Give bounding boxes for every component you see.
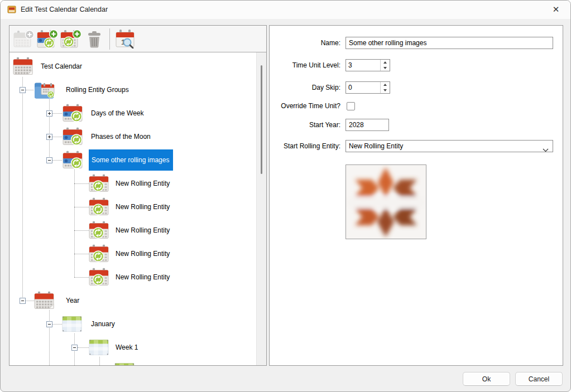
- start-year-label: Start Year:: [270, 119, 340, 131]
- tree-item-label[interactable]: Phases of the Moon: [89, 132, 153, 142]
- name-input[interactable]: [346, 37, 553, 49]
- time-unit-level-up-button[interactable]: [381, 60, 390, 65]
- rolling-entity-icon: [89, 221, 109, 240]
- app-calendar-icon: [7, 5, 16, 14]
- tree-connector-line: [49, 99, 50, 160]
- rolling-group-icon: [62, 128, 83, 146]
- tree-connector-line: [78, 347, 89, 348]
- chevron-down-icon: [543, 144, 549, 156]
- tree-item-label[interactable]: New Rolling Entity: [113, 225, 172, 235]
- tb-add-entity-icon: [60, 30, 81, 49]
- tree-connector-line: [99, 357, 100, 365]
- tree-expander-collapse[interactable]: [20, 87, 26, 93]
- tree-item-label[interactable]: New Rolling Entity: [113, 249, 172, 259]
- tree-expander-collapse[interactable]: [71, 345, 78, 351]
- tree-item-label[interactable]: Week 1: [113, 342, 140, 352]
- tree-scrollbar-thumb[interactable]: [261, 65, 262, 174]
- tree-connector-line: [74, 254, 89, 254]
- day-skip-down-button[interactable]: [381, 88, 390, 93]
- calendar-tree: Test Calendar Rolling Entity Groups Days…: [9, 52, 257, 365]
- tree-connector-line: [74, 277, 89, 278]
- tree-expander-collapse[interactable]: [46, 157, 52, 163]
- time-unit-level-label: Time Unit Level:: [270, 59, 340, 71]
- tree-expander-expand[interactable]: [46, 134, 52, 140]
- month-table-icon: [114, 363, 135, 366]
- toolbar-separator: [109, 28, 110, 50]
- rolling-entity-icon: [89, 268, 109, 287]
- tree-connector-line: [74, 183, 89, 184]
- edit-calendar-dialog: Edit Test Calendar Calendar ✕ 1 Test Cal…: [0, 0, 571, 392]
- tree-item-label[interactable]: Some other rolling images: [89, 149, 173, 171]
- tree-item-label[interactable]: Rolling Entity Groups: [64, 85, 131, 95]
- override-time-unit-checkbox[interactable]: [347, 102, 355, 110]
- calendar-icon: [33, 292, 55, 310]
- time-unit-level-input[interactable]: [346, 60, 380, 71]
- tree-expander-expand[interactable]: [46, 110, 52, 117]
- rolling-entity-icon: [89, 175, 109, 193]
- tree-expander-collapse[interactable]: [20, 298, 26, 304]
- tree-item-label[interactable]: Days of the Week: [89, 108, 146, 118]
- toolbar-delete-button[interactable]: [83, 28, 106, 50]
- tree-toolbar: 1: [9, 26, 266, 52]
- tree-item-label[interactable]: New Rolling Entity: [113, 272, 172, 282]
- tree-connector-line: [26, 90, 33, 90]
- name-label: Name:: [270, 37, 340, 49]
- tree-item-label[interactable]: Year: [64, 296, 81, 306]
- cancel-button[interactable]: Cancel: [515, 372, 563, 386]
- tree-connector-line: [52, 324, 62, 325]
- tree-scrollbar[interactable]: [256, 52, 266, 365]
- toolbar-add-rolling-entity-group-button[interactable]: [36, 28, 59, 50]
- day-skip-input[interactable]: [346, 82, 380, 93]
- tree-connector-line: [49, 310, 50, 365]
- rolling-entity-preview-image: [346, 164, 426, 239]
- override-time-unit-label: Override Time Unit?: [270, 100, 340, 112]
- tree-expander-collapse[interactable]: [46, 321, 52, 327]
- tree-connector-line: [74, 207, 89, 207]
- day-skip-stepper: [346, 81, 390, 94]
- time-unit-level-down-button[interactable]: [381, 65, 390, 71]
- toolbar-add-rolling-entity-button[interactable]: [59, 28, 83, 50]
- tree-connector-line: [52, 137, 62, 137]
- tree-connector-line: [52, 113, 62, 114]
- tree-item-label[interactable]: January: [89, 319, 117, 329]
- tb-delete-icon: [85, 30, 104, 49]
- toolbar-view-calendar-day-button[interactable]: 1: [113, 28, 137, 50]
- start-year-input[interactable]: [346, 119, 389, 131]
- start-rolling-entity-dropdown[interactable]: New Rolling Entity: [346, 140, 553, 152]
- day-skip-label: Day Skip:: [270, 81, 340, 94]
- start-rolling-entity-value: New Rolling Entity: [349, 142, 403, 150]
- calendar-icon: [12, 57, 33, 76]
- tree-connector-line: [22, 77, 23, 301]
- start-rolling-entity-label: Start Rolling Entity:: [270, 140, 340, 152]
- rolling-entity-icon: [89, 198, 109, 216]
- calendar-tree-panel: 1 Test Calendar Rolling Entity Groups Da…: [9, 25, 267, 366]
- tree-connector-line: [74, 170, 75, 277]
- entity-group-form-panel: Name: Time Unit Level: Day Skip: Overrid…: [269, 25, 563, 366]
- toolbar-add-calendar-button[interactable]: [12, 28, 36, 50]
- tb-add-calendar-icon: [13, 30, 35, 49]
- rolling-group-icon: [62, 151, 83, 170]
- window-title: Edit Test Calendar Calendar: [21, 1, 108, 19]
- tree-connector-line: [74, 230, 89, 231]
- tree-item-label[interactable]: New Rolling Entity: [113, 202, 172, 212]
- close-button[interactable]: ✕: [544, 1, 568, 18]
- rolling-entity-icon: [89, 245, 109, 263]
- ok-button[interactable]: Ok: [463, 372, 510, 386]
- month-table-icon: [62, 316, 82, 332]
- title-bar: Edit Test Calendar Calendar ✕: [1, 1, 570, 19]
- folder-calendar-icon: [33, 81, 56, 99]
- rolling-group-icon: [62, 104, 83, 123]
- month-table-icon: [89, 340, 109, 356]
- tb-view-day-icon: 1: [114, 30, 136, 49]
- day-skip-up-button[interactable]: [381, 82, 390, 88]
- tree-connector-line: [52, 160, 62, 161]
- time-unit-level-stepper: [346, 59, 390, 71]
- tree-item-label[interactable]: New Rolling Entity: [113, 178, 172, 188]
- tree-item-label[interactable]: Test Calendar: [39, 61, 84, 71]
- tb-add-group-icon: [37, 30, 58, 49]
